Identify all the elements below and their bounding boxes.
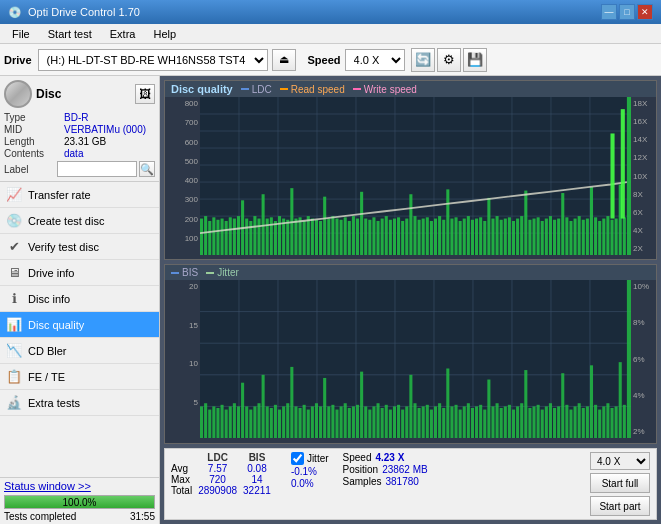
- sidebar-item-disc-quality[interactable]: 📊 Disc quality: [0, 312, 159, 338]
- svg-rect-214: [500, 408, 503, 438]
- svg-rect-226: [549, 403, 552, 438]
- avg-ldc: 7.57: [198, 463, 243, 474]
- cd-bler-icon: 📉: [6, 343, 22, 358]
- close-button[interactable]: ✕: [637, 4, 653, 20]
- jitter-section: Jitter -0.1% 0.0%: [291, 452, 329, 489]
- menu-file[interactable]: File: [4, 26, 38, 42]
- svg-rect-154: [253, 406, 256, 438]
- svg-rect-67: [397, 217, 400, 255]
- svg-rect-96: [516, 219, 519, 255]
- sidebar-item-disc-info[interactable]: ℹ Disc info: [0, 286, 159, 312]
- menu-help[interactable]: Help: [145, 26, 184, 42]
- svg-rect-46: [311, 219, 314, 255]
- extra-tests-icon: 🔬: [6, 395, 22, 410]
- chart2-svg: [200, 280, 631, 438]
- disc-quality-label: Disc quality: [28, 319, 84, 331]
- svg-rect-89: [487, 198, 490, 255]
- cd-bler-label: CD Bler: [28, 345, 67, 357]
- svg-rect-106: [557, 219, 560, 255]
- disc-mid-value: VERBATIMu (000): [64, 124, 146, 135]
- sidebar-item-transfer-rate[interactable]: 📈 Transfer rate: [0, 182, 159, 208]
- samples-label: Samples: [343, 476, 382, 487]
- svg-rect-203: [454, 405, 457, 438]
- jitter-checkbox[interactable]: [291, 452, 304, 465]
- drive-select[interactable]: (H:) HL-DT-ST BD-RE WH16NS58 TST4: [38, 49, 268, 71]
- start-full-button[interactable]: Start full: [590, 473, 650, 493]
- svg-rect-59: [364, 219, 367, 255]
- svg-rect-109: [569, 221, 572, 255]
- start-part-button[interactable]: Start part: [590, 496, 650, 516]
- svg-rect-148: [229, 406, 232, 438]
- svg-rect-201: [446, 368, 449, 438]
- svg-rect-47: [315, 220, 318, 255]
- read-legend-label: Read speed: [291, 84, 345, 95]
- svg-rect-42: [294, 219, 297, 255]
- svg-rect-160: [278, 410, 281, 438]
- svg-rect-213: [496, 403, 499, 438]
- svg-rect-163: [290, 367, 293, 438]
- svg-rect-215: [504, 406, 507, 438]
- ldc-header: LDC: [198, 452, 243, 463]
- svg-rect-111: [578, 216, 581, 255]
- create-test-disc-label: Create test disc: [28, 215, 104, 227]
- svg-rect-53: [340, 220, 343, 255]
- content-area: Disc quality LDC Read speed Write speed …: [160, 76, 661, 524]
- svg-rect-151: [241, 383, 244, 438]
- sidebar-item-fe-te[interactable]: 📋 FE / TE: [0, 364, 159, 390]
- jitter-label: Jitter: [307, 453, 329, 464]
- verify-test-disc-label: Verify test disc: [28, 241, 99, 253]
- svg-rect-57: [356, 219, 359, 255]
- bis-legend-dot: [171, 272, 179, 274]
- svg-rect-141: [200, 406, 203, 438]
- settings-button[interactable]: ⚙: [437, 48, 461, 72]
- legend-write: Write speed: [353, 84, 417, 95]
- svg-rect-95: [512, 221, 515, 255]
- svg-rect-120: [615, 219, 618, 255]
- svg-rect-182: [368, 410, 371, 438]
- svg-rect-24: [221, 219, 224, 255]
- svg-rect-185: [381, 408, 384, 438]
- svg-rect-228: [557, 406, 560, 438]
- svg-rect-192: [409, 375, 412, 438]
- refresh-button[interactable]: 🔄: [411, 48, 435, 72]
- menu-start-test[interactable]: Start test: [40, 26, 100, 42]
- sidebar-item-drive-info[interactable]: 🖥 Drive info: [0, 260, 159, 286]
- disc-label-btn[interactable]: 🔍: [139, 161, 155, 177]
- sidebar-item-verify-test-disc[interactable]: ✔ Verify test disc: [0, 234, 159, 260]
- svg-rect-27: [233, 219, 236, 255]
- main-layout: Disc 🖼 Type BD-R MID VERBATIMu (000) Len…: [0, 76, 661, 524]
- svg-rect-207: [471, 408, 474, 438]
- disc-image-button[interactable]: 🖼: [135, 84, 155, 104]
- svg-rect-244: [623, 405, 626, 438]
- svg-rect-181: [364, 406, 367, 438]
- status-window-button[interactable]: Status window >>: [4, 480, 155, 492]
- minimize-button[interactable]: —: [601, 4, 617, 20]
- speed-select[interactable]: 4.0 X 2.0 X 8.0 X: [345, 49, 405, 71]
- svg-rect-103: [545, 219, 548, 255]
- disc-length-label: Length: [4, 136, 64, 147]
- svg-rect-209: [479, 405, 482, 438]
- progress-text: 100.0%: [5, 496, 154, 508]
- sidebar-item-cd-bler[interactable]: 📉 CD Bler: [0, 338, 159, 364]
- menu-extra[interactable]: Extra: [102, 26, 144, 42]
- maximize-button[interactable]: □: [619, 4, 635, 20]
- toolbar: Drive (H:) HL-DT-ST BD-RE WH16NS58 TST4 …: [0, 44, 661, 76]
- svg-rect-193: [413, 403, 416, 438]
- disc-label-input[interactable]: [57, 161, 137, 177]
- svg-rect-20: [204, 216, 207, 255]
- chart1-svg: [200, 97, 631, 255]
- ctrl-speed-select[interactable]: 4.0 X 2.0 X 8.0 X: [590, 452, 650, 470]
- svg-rect-230: [565, 405, 568, 438]
- svg-rect-144: [212, 406, 215, 438]
- svg-rect-58: [360, 192, 363, 255]
- chart1-header: Disc quality LDC Read speed Write speed: [165, 81, 656, 97]
- ldc-legend-dot: [241, 88, 249, 90]
- save-button[interactable]: 💾: [463, 48, 487, 72]
- sidebar-item-create-test-disc[interactable]: 💿 Create test disc: [0, 208, 159, 234]
- bis-header: BIS: [243, 452, 277, 463]
- sidebar-item-extra-tests[interactable]: 🔬 Extra tests: [0, 390, 159, 416]
- svg-rect-147: [225, 410, 228, 438]
- svg-rect-45: [307, 216, 310, 255]
- eject-button[interactable]: ⏏: [272, 49, 296, 71]
- ldc-legend-label: LDC: [252, 84, 272, 95]
